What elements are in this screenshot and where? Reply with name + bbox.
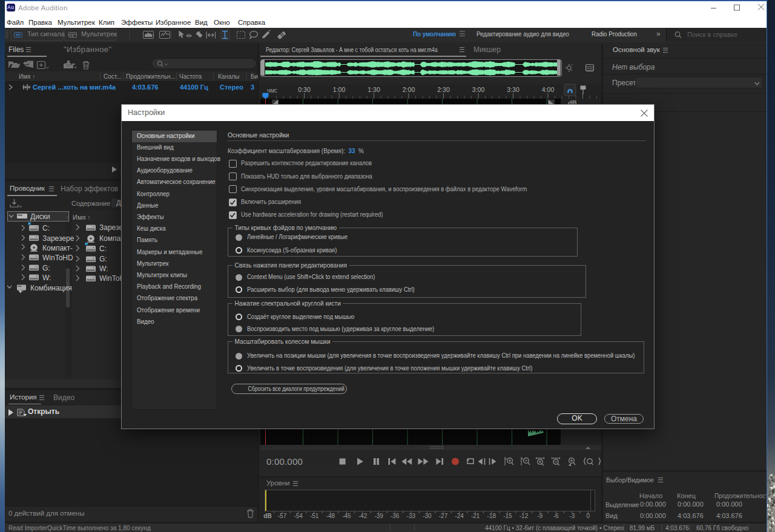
svg-text:-45: -45 [342,513,351,519]
svg-text:C:: C: [42,224,50,232]
svg-text:-33: -33 [407,513,416,519]
svg-text:Комбинация: Комбинация [30,284,72,292]
svg-text:-54: -54 [294,513,303,519]
svg-text:3:30: 3:30 [507,86,519,93]
svg-text:2:30: 2:30 [437,86,450,93]
svg-text:-27: -27 [439,513,448,519]
svg-text:0: 0 [587,513,590,519]
svg-text:3:00: 3:00 [472,86,485,93]
svg-text:G:: G: [99,255,107,263]
svg-text:4:00: 4:00 [542,86,555,93]
svg-text:-36: -36 [391,513,400,519]
svg-text:W:: W: [42,274,51,282]
svg-text:G:: G: [42,264,50,272]
svg-text:-24: -24 [455,513,464,519]
svg-text:-3: -3 [569,513,575,519]
svg-text:dB: dB [263,513,271,519]
svg-text:1:30: 1:30 [368,86,380,93]
svg-text:-15: -15 [503,513,512,519]
svg-text:-12: -12 [519,513,529,519]
svg-text:Зарезере: Зарезере [42,234,74,243]
svg-text:-30: -30 [423,513,432,519]
svg-text:-42: -42 [358,513,368,519]
svg-text:-9: -9 [537,513,542,519]
svg-text:1:00: 1:00 [333,86,346,93]
svg-text:-51: -51 [310,513,319,519]
svg-text:-39: -39 [374,513,383,519]
svg-text:-48: -48 [326,513,335,519]
svg-text:Диски: Диски [30,212,50,221]
svg-text:2:00: 2:00 [403,86,415,93]
svg-text:Компакт-: Компакт- [42,244,73,252]
svg-text:-21: -21 [471,513,480,519]
svg-text:-57: -57 [278,513,287,519]
svg-text:Имя ↑: Имя ↑ [73,214,90,221]
svg-text:0:30: 0:30 [298,86,311,93]
svg-text:-18: -18 [487,513,496,519]
svg-text:-6: -6 [553,513,559,519]
svg-text:W:: W: [99,264,108,273]
svg-text:WinToHD: WinToHD [42,254,73,262]
svg-text:C:: C: [99,245,107,253]
